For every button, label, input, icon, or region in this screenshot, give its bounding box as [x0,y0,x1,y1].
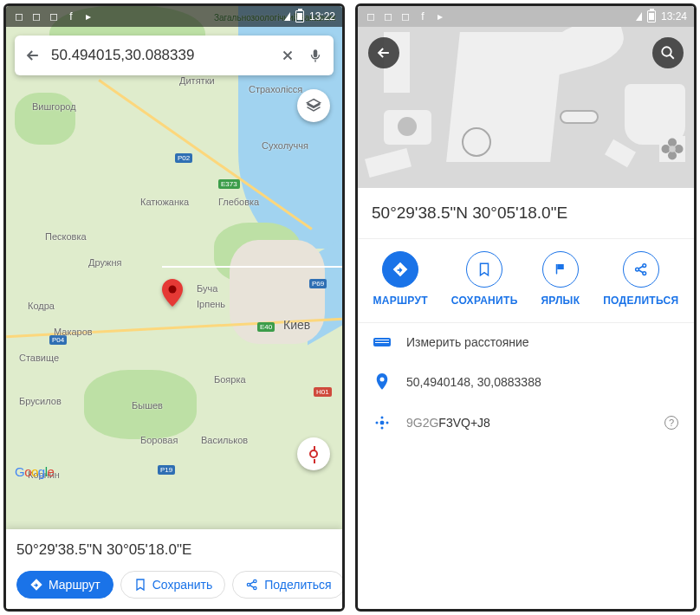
clock: 13:22 [309,10,335,23]
svg-point-14 [380,377,385,381]
svg-point-9 [669,146,676,152]
plus-code-row[interactable]: 9G2GF3VQ+J8 ? [358,403,694,443]
pin-icon [373,373,391,391]
instagram-icon: ◻ [13,10,25,23]
status-bar: ◻ ◻ ◻ f ▸ 13:24 [358,6,694,27]
svg-point-18 [386,422,389,424]
battery-icon [295,10,304,23]
svg-rect-1 [314,49,318,57]
help-icon[interactable]: ? [664,416,678,430]
clock: 13:24 [661,10,687,23]
action-label: ЯРЛЫК [541,295,580,307]
map-label: Глебовка [218,197,259,207]
map-label: Васильков [201,435,248,445]
instagram-icon: ◻ [48,10,60,23]
instagram-icon: ◻ [30,10,42,23]
status-icons-left: ◻ ◻ ◻ f ▸ [13,10,94,23]
instagram-icon: ◻ [365,10,377,23]
map-label: Ставище [19,353,59,363]
dropped-pin-icon[interactable] [162,279,183,300]
action-chips: Маршрут Сохранить Поделиться [16,571,332,599]
signal-icon [284,12,290,21]
svg-point-8 [662,145,671,153]
road-label: Р02 [175,153,192,163]
map-label: Буча [197,283,217,294]
map-label: Дружня [88,257,121,268]
action-label: МАРШРУТ [373,295,427,307]
road-label: Е373 [218,179,240,189]
map-label: Бышев [132,400,163,411]
info-text: Измерить расстояние [406,335,529,349]
my-location-button[interactable] [297,437,330,470]
chip-label: Поделиться [264,578,331,592]
map-label: Киев [283,318,310,332]
road-label: Р69 [309,279,327,288]
coordinates-row[interactable]: 50,4940148, 30,0883388 [358,361,694,403]
svg-point-15 [381,417,384,419]
coordinates-dms: 50°29'38.5"N 30°05'18.0"E [16,541,332,559]
instagram-icon: ◻ [399,10,412,23]
road-label: Р19 [158,465,175,475]
status-bar: ◻ ◻ ◻ f ▸ 13:22 [6,6,342,27]
search-button[interactable] [652,37,684,68]
place-header-image [358,6,694,188]
clear-icon[interactable] [278,46,297,65]
road-label: Н01 [314,387,332,397]
route-button[interactable]: Маршрут [16,571,113,599]
play-icon: ▸ [82,10,94,23]
map-label: Вишгород [32,101,76,112]
label-action[interactable]: ЯРЛЫК [541,251,580,307]
phone-right: ◻ ◻ ◻ f ▸ 13:24 [355,3,697,612]
chip-label: Маршрут [49,578,100,592]
plus-code-icon [373,415,391,430]
phone-left: ◻ ◻ ◻ f ▸ 13:22 Р02 Е373 Р69 Е40 Р04 Р19… [3,3,345,612]
svg-point-0 [169,286,177,294]
map-label: Страхолісся [249,84,302,94]
road-label: Е40 [257,322,275,332]
svg-point-10 [662,47,671,56]
map-label: Сухолуччя [262,140,308,151]
bottom-sheet[interactable]: 50°29'38.5"N 30°05'18.0"E Маршрут Сохран… [6,529,342,609]
map-label: Макаров [54,327,93,337]
svg-point-6 [675,145,684,153]
facebook-icon: f [417,10,429,23]
map-label: Песковка [45,231,87,242]
back-arrow-icon[interactable] [23,46,42,65]
save-button[interactable]: Сохранить [120,571,226,599]
ruler-icon [373,338,391,346]
mic-icon[interactable] [306,46,325,65]
svg-point-17 [376,422,379,424]
info-text: 50,4940148, 30,0883388 [406,375,541,389]
map-label: Катюжанка [140,197,189,207]
map-label: Боровая [140,435,178,445]
action-row: МАРШРУТ СОХРАНИТЬ ЯРЛЫК ПОДЕЛИТЬСЯ [358,239,694,322]
facebook-icon: f [65,10,77,23]
share-action[interactable]: ПОДЕЛИТЬСЯ [603,251,678,307]
svg-rect-19 [380,421,385,425]
map-label: Дитятки [179,75,215,86]
svg-point-16 [381,427,384,430]
save-action[interactable]: СОХРАНИТЬ [451,251,518,307]
search-bar [15,36,334,75]
action-label: ПОДЕЛИТЬСЯ [603,295,678,307]
place-title: 50°29'38.5"N 30°05'18.0"E [358,188,694,238]
search-input[interactable] [51,47,269,64]
instagram-icon: ◻ [382,10,394,23]
signal-icon [636,12,642,21]
svg-point-5 [668,139,677,147]
layers-button[interactable] [297,89,330,122]
route-action[interactable]: МАРШРУТ [373,251,427,307]
map-label: Боярка [214,374,246,385]
map-label: Кодра [28,301,55,311]
google-logo: Google [15,464,54,479]
action-label: СОХРАНИТЬ [451,295,518,307]
crosshair-icon [309,450,318,458]
map-canvas[interactable]: Р02 Е373 Р69 Е40 Р04 Р19 Н01 Загальнозоо… [6,6,342,609]
measure-distance-row[interactable]: Измерить расстояние [358,323,694,361]
map-label: Ірпень [197,299,225,309]
back-button[interactable] [368,37,399,68]
share-button[interactable]: Поделиться [232,571,344,599]
battery-icon [647,10,656,23]
info-text: 9G2GF3VQ+J8 [406,416,490,430]
play-icon: ▸ [434,10,446,23]
